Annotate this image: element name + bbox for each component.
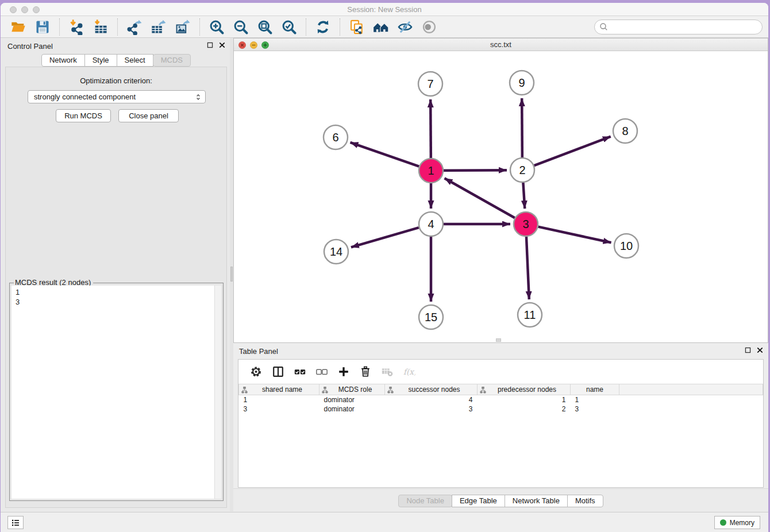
zoom-in-icon[interactable] [208,18,225,36]
column-header-predecessor-nodes[interactable]: predecessor nodes [478,384,571,395]
search-input[interactable] [609,21,762,33]
graph-edge-3-10[interactable] [538,227,611,243]
export-network-icon[interactable] [126,18,143,36]
search-field[interactable] [594,20,763,34]
control-panel-tabs: NetworkStyleSelectMCDS [2,54,230,67]
search-icon [599,22,609,32]
tab-motifs[interactable]: Motifs [567,495,603,507]
graph-edge-3-1[interactable] [445,178,515,218]
column-header-mcds-role[interactable]: MCDS role [319,384,385,395]
list-icon [10,518,21,528]
mcds-result-box: MCDS result (2 nodes) 1 3 [9,283,224,501]
folder-open-icon[interactable] [10,18,27,36]
result-scrollbar[interactable] [214,286,221,499]
control-panel: Control Panel NetworkStyleSelectMCDS Opt… [2,38,230,511]
refresh-icon[interactable] [314,18,332,36]
column-header-name[interactable]: name [571,384,619,395]
homes-icon[interactable] [372,18,390,36]
export-table-icon[interactable] [150,18,167,36]
graph-edge-2-9[interactable] [522,98,522,157]
network-canvas[interactable]: 7968124314101511 [234,51,768,342]
task-history-button[interactable] [7,516,24,529]
tab-network[interactable]: Network [41,54,85,67]
graph-edge-2-3[interactable] [523,183,525,209]
column-label: predecessor nodes [486,385,568,394]
zoom-selected-icon[interactable] [280,18,298,36]
zoom-fit-icon[interactable] [256,18,274,36]
tab-select[interactable]: Select [117,54,153,67]
import-network-icon[interactable] [68,18,85,36]
table-toolbar [238,360,763,384]
close-panel-icon[interactable] [218,41,226,49]
table-panel: Table Panel shared nameMCDS rolesuccesso… [233,343,768,512]
table-row[interactable]: 3dominator323 [239,404,763,414]
graph-node-label: 3 [522,218,529,230]
node-table: shared nameMCDS rolesuccessor nodesprede… [238,384,763,414]
graph-edge-1-2[interactable] [444,170,507,171]
zoom-out-icon[interactable] [232,18,249,36]
control-panel-title: Control Panel [7,42,53,51]
table-row[interactable]: 1dominator411 [239,395,763,404]
column-label: name [573,385,617,394]
mcds-result-list[interactable]: 1 3 [11,286,221,499]
gear-icon[interactable] [249,365,263,379]
optimization-criterion-label: Optimization criterion: [6,76,226,85]
run-mcds-button[interactable]: Run MCDS [56,109,111,122]
graph-node-label: 15 [425,311,437,323]
eye-icon[interactable] [421,18,438,36]
trash-icon[interactable] [359,365,372,379]
graph-node-label: 7 [427,78,433,90]
graph-node-label: 1 [428,164,434,177]
graph-edge-4-14[interactable] [351,228,419,247]
save-icon[interactable] [34,18,51,36]
optimization-criterion-select[interactable]: strongly connected component [28,90,206,103]
table-tabs: Node TableEdge TableNetwork TableMotifs [398,495,603,507]
export-image-icon[interactable] [174,18,191,36]
tree-icon [387,386,394,394]
column-header-shared-name[interactable]: shared name [239,384,319,395]
toolbar-separator [306,18,306,36]
column-header-successor-nodes[interactable]: successor nodes [385,384,478,395]
tab-node-table[interactable]: Node Table [398,495,452,507]
tab-mcds[interactable]: MCDS [153,54,191,67]
copy-network-icon[interactable] [348,18,365,36]
close-panel-icon[interactable] [756,346,764,354]
cell: 1 [478,395,571,404]
graph-edge-3-11[interactable] [526,237,529,299]
columns-icon[interactable] [271,365,285,379]
status-bar: Memory [1,512,768,532]
tree-icon [322,386,328,394]
network-window-titlebar[interactable]: scc.txt [234,38,768,51]
select-all-icon[interactable] [293,365,307,379]
close-panel-button[interactable]: Close panel [118,109,179,122]
canvas-scroll-grip[interactable] [496,338,501,342]
cell: dominator [319,404,385,414]
tab-edge-table[interactable]: Edge Table [452,495,505,507]
node-table-body: shared nameMCDS rolesuccessor nodesprede… [238,359,764,488]
eye-slash-icon[interactable] [396,18,414,36]
graph-edge-2-8[interactable] [534,137,611,166]
cell: 1 [239,395,319,404]
toolbar-separator [340,18,340,36]
float-panel-icon[interactable] [744,346,752,354]
deselect-all-icon[interactable] [315,365,329,379]
graph-edge-1-6[interactable] [350,142,419,167]
import-table-icon[interactable] [92,18,109,36]
plus-icon[interactable] [337,365,351,379]
float-panel-icon[interactable] [206,41,214,49]
toolbar-separator [117,18,118,36]
column-label: MCDS role [328,385,382,394]
graph-edge-1-7[interactable] [430,99,431,158]
chevron-updown-icon [194,92,202,102]
tab-network-table[interactable]: Network Table [505,495,568,507]
tab-style[interactable]: Style [84,54,117,67]
splitter-grip[interactable] [230,267,233,282]
window-title: Session: New Session [1,5,768,14]
memory-label: Memory [730,519,754,527]
memory-button[interactable]: Memory [714,516,760,529]
graph-node-label: 10 [620,240,633,252]
table-panel-title: Table Panel [239,347,278,356]
tree-icon [241,386,248,394]
graph-node-label: 14 [330,245,342,258]
memory-status-dot [720,519,726,526]
